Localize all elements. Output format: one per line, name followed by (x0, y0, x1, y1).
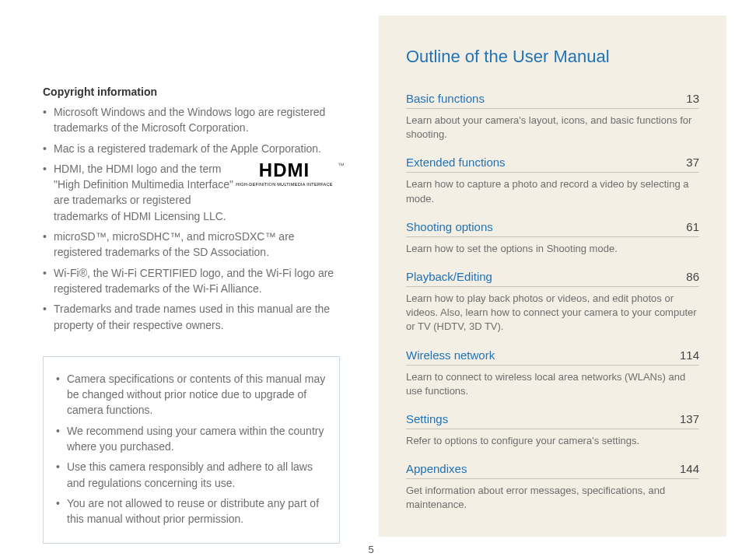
section-header: Appendixes 144 (406, 462, 699, 479)
section-desc: Refer to options to configure your camer… (406, 434, 699, 448)
section-header: Basic functions 13 (406, 92, 699, 109)
section-page: 61 (686, 220, 699, 233)
section-header: Wireless network 114 (406, 348, 699, 366)
hdmi-logo-icon: HDMI™ HIGH-DEFINITION MULTIMEDIA INTERFA… (232, 161, 337, 188)
notice-item: Use this camera responsibly and adhere t… (56, 459, 327, 491)
section-title: Basic functions (406, 92, 485, 105)
copyright-item: microSD™, microSDHC™, and microSDXC™ are… (43, 229, 340, 261)
section-page: 13 (686, 92, 699, 105)
copyright-item: Microsoft Windows and the Windows logo a… (43, 104, 340, 136)
copyright-item: Wi-Fi®, the Wi-Fi CERTIFIED logo, and th… (43, 265, 340, 297)
section-desc: Get information about error messages, sp… (406, 484, 699, 512)
section-desc: Learn how to set the options in Shooting… (406, 242, 699, 256)
outline-panel: Outline of the User Manual Basic functio… (379, 16, 726, 537)
notice-list: Camera specifications or contents of thi… (56, 371, 327, 527)
section-desc: Learn how to capture a photo and record … (406, 177, 699, 205)
section-header: Playback/Editing 86 (406, 270, 699, 287)
hdmi-logo-text: HDMI (259, 159, 310, 180)
section-title: Settings (406, 412, 448, 425)
section-title: Wireless network (406, 348, 495, 362)
outline-section: Playback/Editing 86 Learn how to play ba… (406, 270, 699, 334)
outline-section: Wireless network 114 Learn to connect to… (406, 348, 699, 398)
section-header: Settings 137 (406, 412, 699, 429)
left-column: Copyright information Microsoft Windows … (0, 0, 371, 560)
section-header: Extended functions 37 (406, 156, 699, 173)
copyright-item: Mac is a registered trademark of the App… (43, 141, 340, 156)
copyright-list: Microsoft Windows and the Windows logo a… (43, 104, 340, 333)
outline-section: Basic functions 13 Learn about your came… (406, 92, 699, 142)
notice-box: Camera specifications or contents of thi… (43, 356, 340, 544)
notice-item: You are not allowed to reuse or distribu… (56, 495, 327, 527)
hdmi-subtitle: HIGH-DEFINITION MULTIMEDIA INTERFACE (232, 182, 337, 188)
outline-section: Settings 137 Refer to options to configu… (406, 412, 699, 448)
section-page: 137 (680, 412, 699, 425)
outline-title: Outline of the User Manual (406, 47, 699, 67)
copyright-item-hdmi: HDMI, the HDMI logo and the term "High D… (43, 161, 340, 224)
copyright-heading: Copyright information (43, 86, 340, 98)
outline-section: Appendixes 144 Get information about err… (406, 462, 699, 512)
section-page: 114 (680, 348, 699, 362)
section-header: Shooting options 61 (406, 220, 699, 237)
outline-section: Shooting options 61 Learn how to set the… (406, 220, 699, 256)
notice-item: Camera specifications or contents of thi… (56, 371, 327, 418)
outline-section: Extended functions 37 Learn how to captu… (406, 156, 699, 205)
section-page: 144 (680, 462, 699, 475)
section-title: Appendixes (406, 462, 467, 475)
hdmi-bullet-text: HDMI, the HDMI logo and the term "High D… (54, 161, 244, 224)
notice-item: We recommend using your camera within th… (56, 423, 327, 455)
section-desc: Learn how to play back photos or videos,… (406, 292, 699, 334)
section-page: 86 (686, 270, 699, 283)
section-page: 37 (686, 156, 699, 169)
section-desc: Learn about your camera's layout, icons,… (406, 114, 699, 142)
section-title: Extended functions (406, 156, 506, 169)
section-title: Playback/Editing (406, 270, 492, 283)
copyright-item: Trademarks and trade names used in this … (43, 301, 340, 333)
hdmi-tm: ™ (338, 161, 345, 171)
page-number: 5 (368, 544, 373, 555)
right-column: Outline of the User Manual Basic functio… (371, 0, 742, 560)
section-desc: Learn to connect to wireless local area … (406, 370, 699, 398)
section-title: Shooting options (406, 220, 493, 233)
